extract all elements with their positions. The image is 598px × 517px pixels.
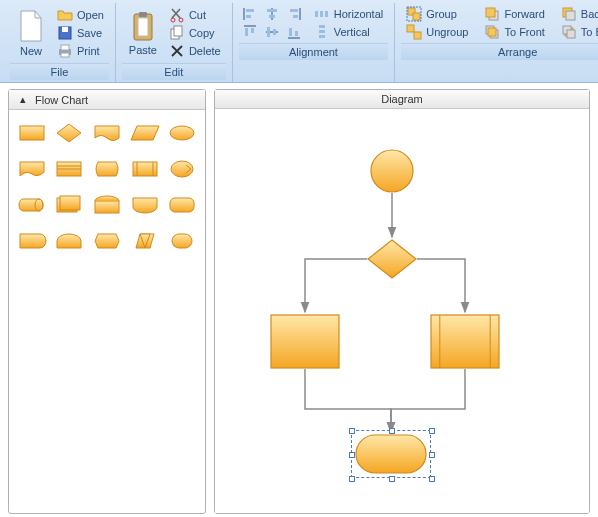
edge-dec-procR[interactable] bbox=[417, 259, 465, 312]
send-to-back-button[interactable]: To Back bbox=[556, 23, 598, 41]
save-button[interactable]: Save bbox=[52, 24, 109, 42]
edge-procR-end[interactable] bbox=[391, 369, 465, 432]
svg-rect-29 bbox=[319, 35, 325, 38]
paste-icon bbox=[130, 10, 156, 42]
delete-icon bbox=[169, 43, 185, 59]
send-to-back-icon bbox=[561, 24, 577, 40]
node-dec[interactable] bbox=[367, 239, 417, 279]
copy-button[interactable]: Copy bbox=[164, 24, 226, 42]
svg-rect-23 bbox=[295, 31, 298, 36]
palette-shape-extract[interactable] bbox=[165, 190, 199, 220]
bring-forward-icon bbox=[484, 6, 500, 22]
distribute-vertical-icon bbox=[314, 24, 330, 40]
svg-rect-20 bbox=[267, 27, 270, 37]
svg-rect-18 bbox=[245, 28, 248, 36]
palette-shape-off-page[interactable] bbox=[165, 154, 199, 184]
collapse-toggle[interactable]: ▴ bbox=[17, 93, 29, 106]
resize-handle[interactable] bbox=[349, 452, 355, 458]
svg-rect-31 bbox=[413, 13, 420, 20]
palette-shape-data[interactable] bbox=[128, 118, 162, 148]
svg-rect-3 bbox=[61, 45, 69, 50]
palette-shape-decision[interactable] bbox=[53, 118, 87, 148]
svg-rect-33 bbox=[407, 25, 414, 32]
palette-shape-merge[interactable] bbox=[128, 190, 162, 220]
palette-shape-sequential[interactable] bbox=[53, 226, 87, 256]
svg-point-46 bbox=[170, 126, 194, 140]
svg-rect-7 bbox=[139, 12, 147, 17]
palette-shape-delay[interactable] bbox=[165, 226, 199, 256]
svg-rect-62 bbox=[431, 315, 499, 368]
distribute-horizontal-button[interactable]: Horizontal bbox=[309, 5, 389, 23]
bring-to-front-button[interactable]: To Front bbox=[479, 23, 549, 41]
resize-handle[interactable] bbox=[389, 428, 395, 434]
diagram-panel-title: Diagram bbox=[381, 93, 423, 105]
delete-button[interactable]: Delete bbox=[164, 42, 226, 60]
palette-shape-document[interactable] bbox=[90, 118, 124, 148]
shapes-palette bbox=[9, 110, 205, 513]
palette-shape-preparation[interactable] bbox=[128, 226, 162, 256]
new-button[interactable]: New bbox=[10, 5, 52, 61]
edge-dec-procL[interactable] bbox=[305, 259, 367, 312]
resize-handle[interactable] bbox=[349, 476, 355, 482]
align-center-button[interactable] bbox=[261, 5, 283, 23]
palette-shape-connector[interactable] bbox=[15, 226, 49, 256]
resize-handle[interactable] bbox=[429, 452, 435, 458]
palette-shape-display[interactable] bbox=[15, 154, 49, 184]
open-button[interactable]: Open bbox=[52, 6, 109, 24]
svg-rect-14 bbox=[267, 9, 277, 12]
svg-rect-59 bbox=[172, 234, 192, 248]
palette-shape-or[interactable] bbox=[90, 226, 124, 256]
bring-forward-button[interactable]: Forward bbox=[479, 5, 549, 23]
svg-rect-39 bbox=[488, 28, 496, 36]
shapes-panel-title: Flow Chart bbox=[35, 94, 88, 106]
paste-button[interactable]: Paste bbox=[122, 5, 164, 61]
print-icon bbox=[57, 43, 73, 59]
svg-rect-34 bbox=[414, 32, 421, 39]
svg-rect-13 bbox=[246, 15, 251, 18]
svg-point-8 bbox=[171, 18, 175, 22]
send-backward-icon bbox=[561, 6, 577, 22]
palette-shape-card[interactable] bbox=[53, 154, 87, 184]
cut-button[interactable]: Cut bbox=[164, 6, 226, 24]
resize-handle[interactable] bbox=[389, 476, 395, 482]
node-procL[interactable] bbox=[270, 314, 340, 369]
selection-outline bbox=[351, 430, 431, 478]
diagram-panel: Diagram bbox=[214, 89, 590, 514]
align-top-button[interactable] bbox=[239, 23, 261, 41]
palette-shape-process[interactable] bbox=[15, 118, 49, 148]
palette-shape-direct-data[interactable] bbox=[15, 190, 49, 220]
palette-shape-terminator-flat[interactable] bbox=[165, 118, 199, 148]
group-button[interactable]: Group bbox=[401, 5, 473, 23]
palette-shape-manual-op[interactable] bbox=[90, 190, 124, 220]
edge-procL-end[interactable] bbox=[305, 369, 391, 432]
distribute-vertical-button[interactable]: Vertical bbox=[309, 23, 389, 41]
diagram-canvas[interactable] bbox=[215, 109, 589, 513]
ungroup-button[interactable]: Ungroup bbox=[401, 23, 473, 41]
svg-rect-58 bbox=[170, 198, 194, 212]
resize-handle[interactable] bbox=[429, 428, 435, 434]
print-button[interactable]: Print bbox=[52, 42, 109, 60]
palette-shape-multi-doc[interactable] bbox=[53, 190, 87, 220]
align-right-button[interactable] bbox=[283, 5, 305, 23]
resize-handle[interactable] bbox=[429, 476, 435, 482]
svg-rect-17 bbox=[293, 15, 298, 18]
align-left-button[interactable] bbox=[239, 5, 261, 23]
palette-shape-predefined[interactable] bbox=[128, 154, 162, 184]
align-bottom-button[interactable] bbox=[283, 23, 305, 41]
distribute-horizontal-icon bbox=[314, 6, 330, 22]
ribbon-group-alignment: Horizontal Vertical Alignment bbox=[233, 3, 396, 82]
new-label: New bbox=[20, 45, 42, 57]
node-procR[interactable] bbox=[430, 314, 500, 369]
palette-shape-stored-data[interactable] bbox=[90, 154, 124, 184]
send-backward-button[interactable]: Backward bbox=[556, 5, 598, 23]
resize-handle[interactable] bbox=[349, 428, 355, 434]
svg-rect-41 bbox=[566, 11, 575, 20]
align-middle-button[interactable] bbox=[261, 23, 283, 41]
svg-rect-16 bbox=[290, 9, 298, 12]
ribbon-group-file: New Open Save Print File bbox=[4, 3, 116, 82]
svg-rect-4 bbox=[61, 53, 69, 57]
svg-rect-36 bbox=[486, 8, 495, 17]
node-start[interactable] bbox=[370, 149, 414, 193]
svg-rect-1 bbox=[62, 27, 68, 32]
svg-rect-26 bbox=[325, 11, 328, 17]
